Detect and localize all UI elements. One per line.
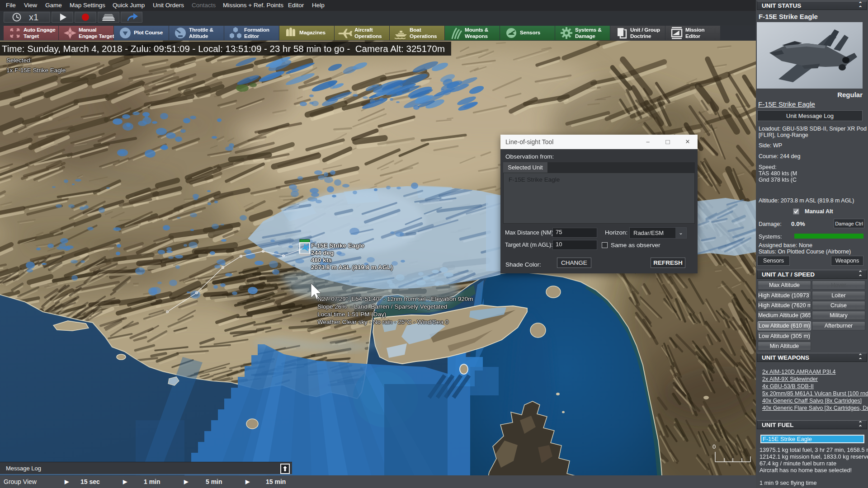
svg-text:x1: x1	[29, 12, 38, 22]
svg-text:0: 0	[712, 443, 716, 450]
